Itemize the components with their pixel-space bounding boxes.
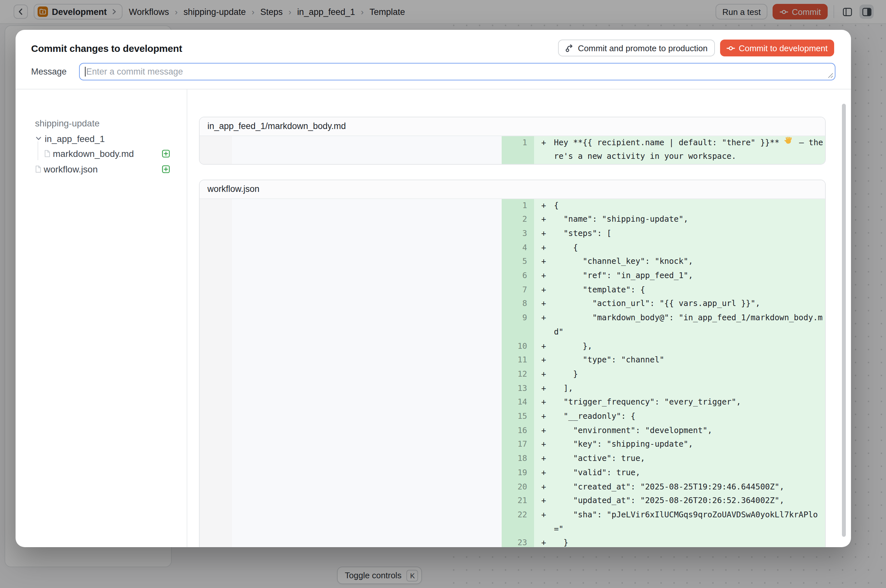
diff-line-number: 7 (502, 283, 534, 297)
diff-new-content: + } (534, 368, 825, 381)
tree-indent-guide (37, 141, 38, 160)
commit-promote-button[interactable]: Commit and promote to production (558, 39, 715, 56)
diff-line-number: 6 (502, 269, 534, 283)
diff-old-gutter (199, 396, 232, 410)
diff-new-content: + { (534, 241, 825, 255)
diff-line-number: 10 (502, 339, 534, 353)
tree-root-workflow: shipping-update (15, 116, 187, 130)
diff-old-gutter (199, 255, 232, 269)
diff-old-gutter (199, 381, 232, 396)
diff-add-sign: + (541, 438, 554, 452)
diff-old-content (232, 396, 502, 410)
diff-line-number: 15 (502, 410, 534, 424)
diff-line-number: 18 (502, 452, 534, 466)
diff-old-content (232, 297, 502, 311)
tree-file-markdown-body[interactable]: markdown_body.md (15, 146, 187, 161)
diff-line: 13+ ], (199, 381, 825, 396)
diff-old-content (232, 424, 502, 438)
diff-new-content: + "key": "shipping-update", (534, 438, 825, 452)
diff-old-content (232, 353, 502, 367)
diff-new-content: +Hey **{{ recipient.name | default: "the… (534, 136, 825, 164)
diff-add-sign: + (541, 255, 554, 269)
diff-old-content (232, 368, 502, 381)
commit-development-button[interactable]: Commit to development (720, 39, 834, 56)
file-icon (44, 150, 50, 158)
diff-old-content (232, 136, 502, 164)
diff-line: 16+ "environment": "development", (199, 424, 825, 438)
text-caret (85, 67, 85, 76)
diff-old-content (232, 466, 502, 480)
diff-new-content: + } (534, 537, 825, 547)
diff-line: 15+ "__readonly": { (199, 410, 825, 424)
diff-old-gutter (199, 227, 232, 241)
diff-old-content (232, 255, 502, 269)
diff-add-sign: + (541, 241, 554, 255)
diff-add-sign: + (541, 199, 554, 213)
diff-new-content: + }, (534, 339, 825, 353)
diff-new-content: + "ref": "in_app_feed_1", (534, 269, 825, 283)
diff-rows: 1+Hey **{{ recipient.name | default: "th… (199, 136, 825, 164)
diff-old-content (232, 452, 502, 466)
diff-line: 2+ "name": "shipping-update", (199, 213, 825, 226)
diff-line-number: 19 (502, 466, 534, 480)
diff-old-content (232, 269, 502, 283)
diff-line: 5+ "channel_key": "knock", (199, 255, 825, 269)
diff-line-number: 8 (502, 297, 534, 311)
diff-old-gutter (199, 368, 232, 381)
diff-old-content (232, 537, 502, 547)
diff-line: 6+ "ref": "in_app_feed_1", (199, 269, 825, 283)
diff-new-content: + "type": "channel" (534, 353, 825, 367)
diff-list: in_app_feed_1/markdown_body.md1+Hey **{{… (187, 90, 851, 547)
diff-new-content: + "trigger_frequency": "every_trigger", (534, 396, 825, 410)
modal-title: Commit changes to development (31, 42, 182, 54)
diff-old-gutter (199, 537, 232, 547)
diff-new-content: + "sha": "pJeLVir6xIlUCMGqs9qroZoUAVDSwA… (534, 508, 825, 537)
diff-old-gutter (199, 283, 232, 297)
diff-line-number: 23 (502, 537, 534, 547)
diff-old-gutter (199, 241, 232, 255)
diff-line: 22+ "sha": "pJeLVir6xIlUCMGqs9qroZoUAVDS… (199, 508, 825, 537)
diff-line-number: 17 (502, 438, 534, 452)
diff-line-number: 22 (502, 508, 534, 537)
diff-line-number: 3 (502, 227, 534, 241)
diff-line-number: 20 (502, 480, 534, 494)
diff-line-number: 9 (502, 311, 534, 339)
diff-line-number: 1 (502, 136, 534, 164)
diff-file-name: workflow.json (199, 180, 825, 199)
diff-old-gutter (199, 311, 232, 339)
diff-add-sign: + (541, 213, 554, 226)
added-file-icon (162, 165, 170, 173)
diff-line: 14+ "trigger_frequency": "every_trigger"… (199, 396, 825, 410)
diff-old-gutter (199, 480, 232, 494)
diff-line-number: 14 (502, 396, 534, 410)
promote-icon (565, 44, 574, 52)
diff-line: 20+ "created_at": "2025-08-25T19:29:46.6… (199, 480, 825, 494)
diff-old-content (232, 508, 502, 537)
diff-old-gutter (199, 438, 232, 452)
diff-old-gutter (199, 494, 232, 508)
diff-line: 4+ { (199, 241, 825, 255)
tree-folder-in-app-feed[interactable]: in_app_feed_1 (15, 130, 187, 146)
diff-rows: 1+{2+ "name": "shipping-update",3+ "step… (199, 199, 825, 547)
diff-old-gutter (199, 269, 232, 283)
changed-files-tree: shipping-update in_app_feed_1 markdown_b… (15, 90, 187, 547)
tree-file-workflow-json[interactable]: workflow.json (15, 161, 187, 177)
resize-grip-icon[interactable] (828, 73, 834, 78)
diff-old-gutter (199, 466, 232, 480)
diff-card: workflow.json1+{2+ "name": "shipping-upd… (199, 179, 826, 547)
diff-new-content: + "valid": true, (534, 466, 825, 480)
message-label: Message (31, 67, 79, 76)
diff-line: 3+ "steps": [ (199, 227, 825, 241)
diff-old-content (232, 227, 502, 241)
diff-add-sign: + (541, 381, 554, 396)
diff-add-sign: + (541, 424, 554, 438)
diff-old-content (232, 494, 502, 508)
commit-icon (726, 44, 735, 52)
diff-line: 23+ } (199, 537, 825, 547)
diff-line: 11+ "type": "channel" (199, 353, 825, 367)
diff-line-number: 11 (502, 353, 534, 367)
diff-line-number: 2 (502, 213, 534, 226)
modal-scrollbar[interactable] (842, 104, 846, 537)
diff-file-name: in_app_feed_1/markdown_body.md (199, 117, 825, 136)
commit-message-input[interactable]: Enter a commit message (79, 63, 835, 80)
